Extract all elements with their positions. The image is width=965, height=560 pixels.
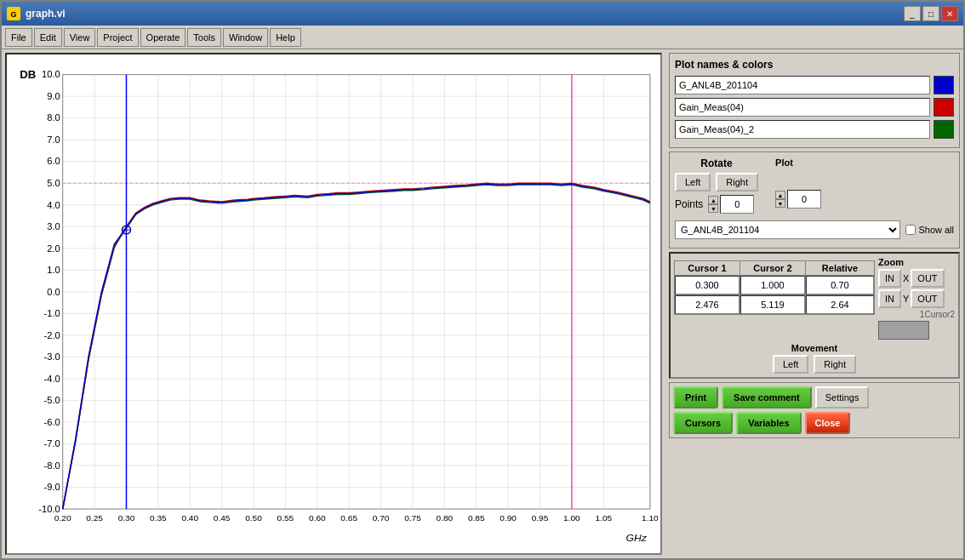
menu-toolbar: File Edit View Project Operate Tools Win… xyxy=(2,26,963,49)
window-menu[interactable]: Window xyxy=(223,28,268,47)
points-arrows: ▲ ▼ xyxy=(708,196,718,213)
title-bar: G graph.vi _ □ ✕ xyxy=(2,2,963,26)
plot-entry-1: G_ANL4B_201104 xyxy=(675,76,954,94)
edit-menu[interactable]: Edit xyxy=(34,28,62,47)
svg-text:-9.0: -9.0 xyxy=(44,483,60,493)
cursor2-x-value[interactable] xyxy=(740,276,805,294)
svg-text:-6.0: -6.0 xyxy=(44,417,60,427)
plot-entry-2: Gain_Meas(04) xyxy=(675,98,954,117)
show-all-checkbox[interactable] xyxy=(905,225,916,235)
svg-text:0.35: 0.35 xyxy=(150,513,167,523)
svg-text:-2.0: -2.0 xyxy=(44,330,60,340)
movement-right-button[interactable]: Right xyxy=(814,355,856,374)
svg-text:4.0: 4.0 xyxy=(47,200,60,210)
svg-text:7.0: 7.0 xyxy=(47,134,60,145)
settings-button[interactable]: Settings xyxy=(815,386,870,409)
dropdown-row: G_ANL4B_201104 Gain_Meas(04) Gain_Meas(0… xyxy=(675,220,954,239)
points-label: Points xyxy=(675,198,703,210)
relative-x-value[interactable] xyxy=(806,276,874,294)
svg-text:0.30: 0.30 xyxy=(118,513,135,523)
print-button[interactable]: Print xyxy=(673,386,718,409)
plot-down-arrow[interactable]: ▼ xyxy=(775,199,785,208)
svg-text:0.90: 0.90 xyxy=(500,513,517,523)
bottom-buttons-section: Print Save comment Settings Cursors Vari… xyxy=(669,382,960,438)
plot-dropdown[interactable]: G_ANL4B_201104 Gain_Meas(04) Gain_Meas(0… xyxy=(675,220,900,239)
variables-button[interactable]: Variables xyxy=(736,412,801,434)
rotate-points-row: Points ▲ ▼ xyxy=(675,195,758,214)
svg-text:6.0: 6.0 xyxy=(47,157,60,167)
points-input[interactable] xyxy=(720,195,754,214)
close-button[interactable]: ✕ xyxy=(941,6,958,21)
y-axis-label: DB xyxy=(20,69,36,81)
plot-color-3[interactable] xyxy=(934,120,954,139)
tools-menu[interactable]: Tools xyxy=(187,28,221,47)
plot-input[interactable] xyxy=(787,190,821,209)
project-menu[interactable]: Project xyxy=(97,28,138,47)
chart-svg: DB xyxy=(7,54,660,553)
file-menu[interactable]: File xyxy=(5,28,32,47)
plot-group: Plot ▲ ▼ xyxy=(775,157,821,209)
movement-section: Movement Left Right xyxy=(674,343,955,374)
plot-color-1[interactable] xyxy=(934,76,954,94)
cursor1-y-value[interactable] xyxy=(675,295,739,314)
zoom-y-label: Y xyxy=(903,294,909,304)
help-menu[interactable]: Help xyxy=(270,28,301,47)
relative-y-value[interactable] xyxy=(806,295,874,314)
cursor2-header: Cursor 2 xyxy=(739,261,805,276)
svg-text:8.0: 8.0 xyxy=(47,113,60,123)
right-panel: Plot names & colors G_ANL4B_201104 Gain_… xyxy=(665,49,963,558)
svg-text:-10.0: -10.0 xyxy=(38,504,60,514)
show-all-group: Show all xyxy=(905,225,954,235)
cursor1-header: Cursor 1 xyxy=(675,261,740,276)
bottom-row-2: Cursors Variables Close xyxy=(673,412,956,434)
points-spinner: ▲ ▼ xyxy=(708,195,754,214)
cursor1-x-value[interactable] xyxy=(675,276,739,294)
rotate-right-button[interactable]: Right xyxy=(716,173,758,191)
plot-name-1[interactable]: G_ANL4B_201104 xyxy=(675,76,930,94)
svg-text:2.0: 2.0 xyxy=(47,243,60,254)
plot-color-2[interactable] xyxy=(934,98,954,117)
zoom-out-x-button[interactable]: OUT xyxy=(911,269,944,288)
svg-rect-2 xyxy=(7,54,660,553)
maximize-button[interactable]: □ xyxy=(922,6,939,21)
movement-left-button[interactable]: Left xyxy=(773,355,808,374)
rotate-plot-row: Rotate Left Right Points ▲ ▼ xyxy=(675,157,954,217)
rotate-left-button[interactable]: Left xyxy=(675,173,711,191)
svg-text:0.20: 0.20 xyxy=(54,513,71,523)
operate-menu[interactable]: Operate xyxy=(140,28,186,47)
zoom-section: Zoom IN X OUT IN Y OUT 1Cursor2 xyxy=(878,257,955,340)
window-controls: _ □ ✕ xyxy=(904,6,958,21)
svg-text:-5.0: -5.0 xyxy=(44,396,60,406)
svg-text:3.0: 3.0 xyxy=(47,221,60,231)
cursors-button[interactable]: Cursors xyxy=(673,412,733,434)
main-window: G graph.vi _ □ ✕ File Edit View Project … xyxy=(0,0,965,560)
svg-text:0.45: 0.45 xyxy=(214,513,231,523)
points-down-arrow[interactable]: ▼ xyxy=(708,204,718,213)
minimize-button[interactable]: _ xyxy=(904,6,921,21)
points-up-arrow[interactable]: ▲ xyxy=(708,196,718,204)
close-graph-button[interactable]: Close xyxy=(805,412,851,434)
view-menu[interactable]: View xyxy=(64,28,96,47)
zoom-x-row: IN X OUT xyxy=(878,269,955,288)
plot-name-3[interactable]: Gain_Meas(04)_2 xyxy=(675,120,930,139)
plot-name-2[interactable]: Gain_Meas(04) xyxy=(675,98,930,117)
rotate-title: Rotate xyxy=(675,157,758,169)
plot-names-section: Plot names & colors G_ANL4B_201104 Gain_… xyxy=(669,53,960,148)
svg-text:-3.0: -3.0 xyxy=(44,352,60,363)
cursor2-y-value[interactable] xyxy=(740,295,805,314)
svg-text:0.85: 0.85 xyxy=(468,513,485,523)
svg-text:0.95: 0.95 xyxy=(532,513,549,523)
plot-up-arrow[interactable]: ▲ xyxy=(775,191,785,199)
save-comment-button[interactable]: Save comment xyxy=(722,386,812,409)
zoom-out-y-button[interactable]: OUT xyxy=(911,289,944,308)
window-icon: G xyxy=(7,7,20,20)
svg-text:0.55: 0.55 xyxy=(277,513,294,523)
svg-text:1.10: 1.10 xyxy=(642,513,659,523)
cursor-section: Cursor 1 Cursor 2 Relative xyxy=(669,252,960,379)
svg-text:0.50: 0.50 xyxy=(245,513,262,523)
zoom-in-x-button[interactable]: IN xyxy=(878,269,901,288)
svg-text:0.25: 0.25 xyxy=(86,513,103,523)
chart-area[interactable]: DB xyxy=(5,53,662,555)
svg-text:1.00: 1.00 xyxy=(563,513,580,523)
zoom-in-y-button[interactable]: IN xyxy=(878,289,901,308)
